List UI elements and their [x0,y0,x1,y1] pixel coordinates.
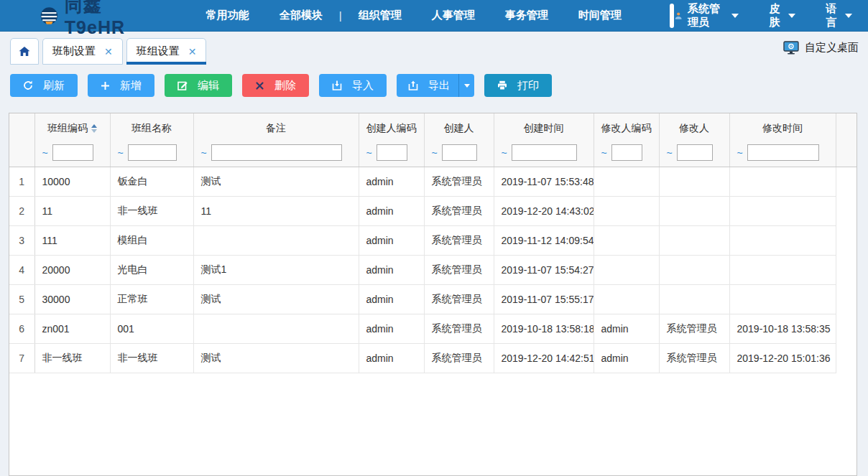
table-row[interactable]: 110000钣金白测试admin系统管理员2019-11-07 15:53:48 [9,167,857,196]
table-row[interactable]: 7非一线班非一线班测试admin系统管理员2019-12-20 14:42:51… [9,343,857,373]
column-header-code[interactable]: 班组编码 [34,113,110,139]
cell-remark[interactable]: 测试 [193,167,359,196]
cell-remark[interactable]: 测试 [193,284,359,314]
import-button[interactable]: 导入 [319,74,387,97]
cell-creator[interactable]: 系统管理员 [424,343,494,373]
cell-modify_time[interactable] [729,255,836,284]
cell-create_time[interactable]: 2019-10-18 13:58:18 [494,314,594,343]
cell-name[interactable]: 模组白 [110,225,193,255]
print-button[interactable]: 打印 [484,74,552,97]
filter-input-name[interactable] [128,144,177,161]
cell-create_time[interactable]: 2019-11-12 14:09:54 [494,225,594,255]
cell-create_time[interactable]: 2019-11-07 15:55:17 [494,284,594,314]
cell-code[interactable]: 11 [34,196,110,225]
add-button[interactable]: 新增 [88,74,154,97]
custom-desktop-button[interactable]: 自定义桌面 [783,41,859,55]
cell-create_time[interactable]: 2019-11-07 15:53:48 [494,167,594,196]
cell-creator[interactable]: 系统管理员 [424,255,494,284]
cell-code[interactable]: 30000 [34,284,110,314]
tab-close-icon[interactable]: ✕ [188,47,197,57]
cell-creator[interactable]: 系统管理员 [424,284,494,314]
cell-remark[interactable] [193,225,359,255]
cell-modify_time[interactable]: 2019-10-18 13:58:35 [729,314,836,343]
cell-creator_code[interactable]: admin [359,196,424,225]
tab-0[interactable]: 班制设置✕ [42,38,123,65]
cell-creator_code[interactable]: admin [359,167,424,196]
cell-modifier_code[interactable] [594,196,659,225]
filter-input-creator_code[interactable] [377,144,407,161]
cell-create_time[interactable]: 2019-12-20 14:43:02 [494,196,594,225]
filter-input-remark[interactable] [211,144,342,161]
row-number-cell[interactable]: 5 [9,284,34,314]
export-button[interactable]: 导出 [397,74,474,97]
cell-modifier[interactable]: 系统管理员 [659,314,729,343]
cell-modify_time[interactable] [729,284,836,314]
filter-input-modify_time[interactable] [747,144,819,161]
edit-button[interactable]: 编辑 [165,74,232,97]
cell-modifier[interactable] [659,225,729,255]
filter-input-modifier_code[interactable] [611,144,642,161]
cell-modifier_code[interactable]: admin [594,314,659,343]
table-row[interactable]: 530000正常班测试admin系统管理员2019-11-07 15:55:17 [9,284,857,314]
cell-modifier_code[interactable] [594,255,659,284]
cell-name[interactable]: 非一线班 [110,343,193,373]
top-menu-item-0[interactable]: 常用功能 [206,9,249,22]
row-number-cell[interactable]: 3 [9,225,34,255]
cell-name[interactable]: 钣金白 [110,167,193,196]
cell-modify_time[interactable] [729,167,836,196]
cell-create_time[interactable]: 2019-12-20 14:42:51 [494,343,594,373]
cell-modifier[interactable]: 系统管理员 [659,343,729,373]
cell-create_time[interactable]: 2019-11-07 15:54:27 [494,255,594,284]
table-row[interactable]: 3111模组白admin系统管理员2019-11-12 14:09:54 [9,225,857,255]
cell-modify_time[interactable] [729,225,836,255]
cell-modifier[interactable] [659,284,729,314]
cell-modifier_code[interactable] [594,284,659,314]
language-menu[interactable]: 语言 [826,2,852,29]
cell-remark[interactable]: 测试1 [193,255,359,284]
cell-modifier_code[interactable]: admin [594,343,659,373]
row-number-cell[interactable]: 6 [9,314,34,343]
cell-name[interactable]: 正常班 [110,284,193,314]
cell-creator_code[interactable]: admin [359,284,424,314]
cell-modifier[interactable] [659,167,729,196]
cell-code[interactable]: 111 [34,225,110,255]
cell-name[interactable]: 光电白 [110,255,193,284]
cell-modifier[interactable] [659,255,729,284]
sort-icon[interactable] [91,124,97,133]
cell-creator_code[interactable]: admin [359,314,424,343]
top-menu-item-4[interactable]: 人事管理 [432,9,475,22]
row-number-cell[interactable]: 7 [9,343,34,373]
top-menu-item-3[interactable]: 组织管理 [359,9,402,22]
table-row[interactable]: 211非一线班11admin系统管理员2019-12-20 14:43:02 [9,196,857,225]
cell-remark[interactable]: 测试 [193,343,359,373]
tab-home[interactable] [10,38,39,65]
cell-creator[interactable]: 系统管理员 [424,196,494,225]
user-menu[interactable]: 系统管理员 [674,2,739,29]
top-menu-item-1[interactable]: 全部模块 [280,9,323,22]
delete-button[interactable]: 删除 [242,74,309,97]
cell-modify_time[interactable] [729,196,836,225]
tab-1[interactable]: 班组设置✕ [126,38,207,65]
cell-name[interactable]: 001 [110,314,193,343]
cell-creator_code[interactable]: admin [359,343,424,373]
cell-creator_code[interactable]: admin [359,225,424,255]
export-dropdown-toggle[interactable] [458,74,474,97]
cell-code[interactable]: 10000 [34,167,110,196]
top-menu-item-6[interactable]: 时间管理 [578,9,622,22]
filter-input-modifier[interactable] [677,144,713,161]
cell-modify_time[interactable]: 2019-12-20 15:01:36 [729,343,836,373]
cell-code[interactable]: 非一线班 [34,343,110,373]
cell-creator[interactable]: 系统管理员 [424,225,494,255]
skin-menu[interactable]: 皮肤 [769,2,795,29]
cell-code[interactable]: zn001 [34,314,110,343]
row-number-cell[interactable]: 1 [9,167,34,196]
cell-creator_code[interactable]: admin [359,255,424,284]
cell-creator[interactable]: 系统管理员 [424,314,494,343]
row-number-cell[interactable]: 2 [9,196,34,225]
cell-creator[interactable]: 系统管理员 [424,167,494,196]
cell-remark[interactable] [193,314,359,343]
cell-modifier[interactable] [659,196,729,225]
filter-input-creator[interactable] [442,144,477,161]
cell-code[interactable]: 20000 [34,255,110,284]
row-number-cell[interactable]: 4 [9,255,34,284]
